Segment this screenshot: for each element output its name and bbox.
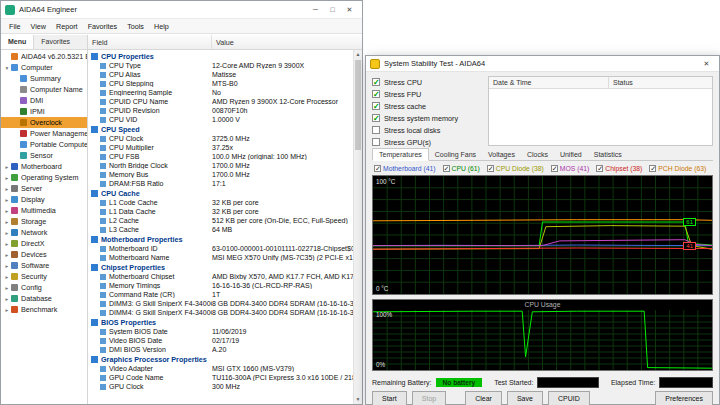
table-row[interactable]: L2 Cache512 KB per core (On-Die, ECC, Fu… [88, 216, 353, 225]
legend-checkbox-icon[interactable]: ✓ [487, 165, 494, 172]
scroll-up-icon[interactable]: ▲ [354, 50, 362, 59]
tree-caret-icon[interactable]: ▸ [3, 307, 11, 313]
cpuid-button[interactable]: CPUID [548, 391, 590, 405]
sidebar-item-motherboard[interactable]: ▸Motherboard [1, 161, 87, 172]
maximize-icon[interactable]: □ [324, 3, 341, 16]
table-row[interactable]: CPUID CPU NameAMD Ryzen 9 3900X 12-Core … [88, 97, 353, 106]
sidebar-item-server[interactable]: ▸Server [1, 183, 87, 194]
table-row[interactable]: L3 Cache64 MB [88, 225, 353, 234]
sidebar-item-summary[interactable]: Summary [1, 73, 87, 84]
table-row[interactable]: Video BIOS Date02/17/19 [88, 336, 353, 345]
legend-item[interactable]: ✓Chipset (38) [596, 165, 642, 172]
sidebar-item-computer-name[interactable]: Computer Name [1, 84, 87, 95]
table-row[interactable]: CPU AliasMatisse [88, 70, 353, 79]
tab-statistics[interactable]: Statistics [588, 149, 628, 160]
table-row[interactable]: CPU SteppingMTS-B0 [88, 79, 353, 88]
table-row[interactable]: Memory Bus1700.0 MHz [88, 170, 353, 179]
sidebar-item-aida64-v6-20-5321-beta[interactable]: AIDA64 v6.20.5321 Beta [1, 51, 87, 62]
table-row[interactable]: Motherboard NameMSI MEG X570 Unify (MS-7… [88, 253, 353, 262]
tree-caret-icon[interactable]: ▸ [3, 175, 11, 181]
sidebar-item-overclock[interactable]: Overclock [1, 117, 87, 128]
menu-item-help[interactable]: Help [149, 21, 174, 32]
stress-option-stress-cache[interactable]: ✓Stress cache [372, 100, 484, 112]
sidebar-item-storage[interactable]: ▸Storage [1, 216, 87, 227]
table-row[interactable]: Motherboard ChipsetAMD Bixby X570, AMD K… [88, 272, 353, 281]
legend-checkbox-icon[interactable]: ✓ [443, 165, 450, 172]
scrollbar[interactable]: ▲ ▼ [353, 50, 362, 404]
checkbox-icon[interactable]: ✓ [372, 78, 380, 86]
tab-voltages[interactable]: Voltages [482, 149, 521, 160]
tree-caret-icon[interactable]: ▸ [3, 164, 11, 170]
table-row[interactable]: Memory Timings16-16-16-36 (CL-RCD-RP-RAS… [88, 281, 353, 290]
table-row[interactable]: CPU Type12-Core AMD Ryzen 9 3900X [88, 61, 353, 70]
sidebar-item-portable-computer[interactable]: Portable Computer [1, 139, 87, 150]
title-bar[interactable]: AIDA64 Engineer ─ □ ✕ [1, 1, 362, 19]
checkbox-icon[interactable] [372, 138, 380, 146]
preferences-button[interactable]: Preferences [655, 391, 713, 405]
sidebar-item-directx[interactable]: ▸DirectX [1, 238, 87, 249]
table-row[interactable]: L1 Data Cache32 KB per core [88, 207, 353, 216]
checkbox-icon[interactable]: ✓ [372, 90, 380, 98]
table-row[interactable]: Video AdapterMSI GTX 1660 (MS-V379) [88, 364, 353, 373]
sst-title-bar[interactable]: System Stability Test - AIDA64 ✕ [366, 56, 719, 72]
sidebar-item-network[interactable]: ▸Network [1, 227, 87, 238]
checkbox-icon[interactable]: ✓ [372, 102, 380, 110]
legend-item[interactable]: ✓MOS (41) [551, 165, 589, 172]
tree-caret-icon[interactable]: ▸ [3, 219, 11, 225]
menu-item-file[interactable]: File [4, 21, 26, 32]
sidebar-item-display[interactable]: ▸Display [1, 194, 87, 205]
nav-tab-menu[interactable]: Menu [1, 35, 34, 49]
tree-caret-icon[interactable]: ▸ [3, 296, 11, 302]
stress-option-stress-system-memory[interactable]: ✓Stress system memory [372, 112, 484, 124]
sidebar-item-security[interactable]: ▸Security [1, 271, 87, 282]
close-icon[interactable]: ✕ [341, 3, 358, 16]
checkbox-icon[interactable] [372, 126, 380, 134]
stress-option-stress-local-disks[interactable]: Stress local disks [372, 124, 484, 136]
start-button[interactable]: Start [372, 391, 407, 405]
value-column-header[interactable]: Value [212, 35, 238, 49]
legend-checkbox-icon[interactable]: ✓ [596, 165, 603, 172]
menu-item-view[interactable]: View [26, 21, 51, 32]
legend-checkbox-icon[interactable]: ✓ [551, 165, 558, 172]
sidebar-item-sensor[interactable]: Sensor [1, 150, 87, 161]
tab-unified[interactable]: Unified [554, 149, 588, 160]
log-col-datetime[interactable]: Date & Time [489, 77, 609, 88]
sidebar-item-database[interactable]: ▸Database [1, 293, 87, 304]
table-row[interactable]: DMI BIOS VersionA.20 [88, 345, 353, 354]
sidebar-item-power-management[interactable]: Power Management [1, 128, 87, 139]
table-row[interactable]: Motherboard ID63-0100-000001-00101111-02… [88, 244, 353, 253]
tree-caret-icon[interactable]: ▸ [3, 285, 11, 291]
table-row[interactable]: GPU Code NameTU116-300A (PCI Express 3.0… [88, 373, 353, 382]
legend-checkbox-icon[interactable]: ✓ [374, 165, 381, 172]
table-row[interactable]: Command Rate (CR)1T [88, 290, 353, 299]
table-row[interactable]: GPU Clock300 MHz [88, 382, 353, 391]
tree-caret-icon[interactable]: ▸ [3, 186, 11, 192]
scroll-down-icon[interactable]: ▼ [354, 395, 362, 404]
tree-caret-icon[interactable]: ▸ [3, 274, 11, 280]
tab-cooling-fans[interactable]: Cooling Fans [429, 149, 482, 160]
tab-clocks[interactable]: Clocks [521, 149, 554, 160]
legend-item[interactable]: ✓CPU (61) [443, 165, 480, 172]
table-row[interactable]: Engineering SampleNo [88, 88, 353, 97]
nav-tab-favorites[interactable]: Favorites [34, 35, 77, 49]
tree-caret-icon[interactable]: ▸ [3, 252, 11, 258]
tree-caret-icon[interactable]: ▸ [3, 230, 11, 236]
sidebar-item-ipmi[interactable]: IPMI [1, 106, 87, 117]
table-row[interactable]: System BIOS Date11/06/2019 [88, 327, 353, 336]
stress-option-stress-cpu[interactable]: ✓Stress CPU [372, 76, 484, 88]
sidebar-item-benchmark[interactable]: ▸Benchmark [1, 304, 87, 315]
tree-caret-icon[interactable]: ▾ [3, 65, 11, 71]
save-button[interactable]: Save [507, 391, 543, 405]
table-row[interactable]: CPUID Revision00870F10h [88, 106, 353, 115]
table-row[interactable]: L1 Code Cache32 KB per core [88, 198, 353, 207]
stress-option-stress-fpu[interactable]: ✓Stress FPU [372, 88, 484, 100]
tree-caret-icon[interactable]: ▸ [3, 241, 11, 247]
legend-item[interactable]: ✓Motherboard (41) [374, 165, 436, 172]
table-row[interactable]: North Bridge Clock1700.0 MHz [88, 161, 353, 170]
sidebar-item-software[interactable]: ▸Software [1, 260, 87, 271]
menu-item-tools[interactable]: Tools [122, 21, 149, 32]
table-row[interactable]: CPU Clock3725.0 MHz [88, 134, 353, 143]
tab-temperatures[interactable]: Temperatures [372, 148, 429, 161]
menu-item-favorites[interactable]: Favorites [83, 21, 123, 32]
sst-close-icon[interactable]: ✕ [698, 57, 715, 70]
